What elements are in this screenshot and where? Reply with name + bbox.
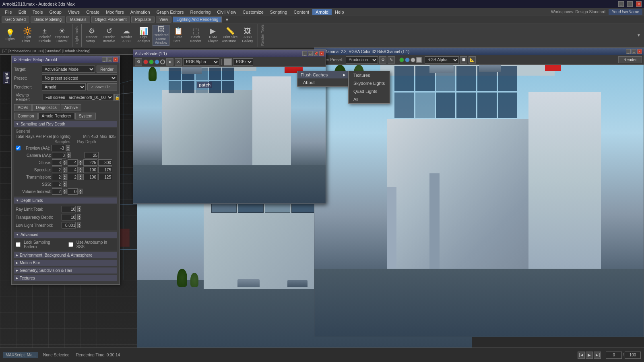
rs-trans-down1[interactable]: ▼ <box>63 177 67 180</box>
rs-camera-aa-up[interactable]: ▲ <box>67 152 71 155</box>
rs-trans-depth-up[interactable]: ▲ <box>77 214 81 217</box>
rs-trans-val2[interactable] <box>68 174 78 180</box>
flush-caches-item[interactable]: Flush Caches ▶ <box>297 71 349 78</box>
menu-group[interactable]: Group <box>46 9 65 15</box>
icon-light-lister[interactable]: 🔆 LightLister... <box>19 25 36 46</box>
rt-color-mode-select[interactable]: RGB Alpha <box>425 56 459 64</box>
submenu-skydome[interactable]: Skydome Lights <box>349 79 390 87</box>
rs-diffuse-rd2[interactable] <box>98 159 112 166</box>
rs-trans-down2[interactable]: ▼ <box>78 177 83 180</box>
menu-edit[interactable]: Edit <box>15 9 29 15</box>
rt-btn-1[interactable]: ⚙ <box>379 56 386 64</box>
icon-rendered-frame[interactable]: 🖼 RenderedFrame Window <box>153 25 169 46</box>
prev-frame-btn[interactable]: |◄ <box>578 352 585 359</box>
rs-minimize-btn[interactable]: _ <box>102 57 107 62</box>
minimize-btn[interactable]: _ <box>618 1 624 7</box>
icon-print-size[interactable]: 📏 Print SizeAssistant... <box>222 25 239 46</box>
rs-lock-view-btn[interactable]: 🔒 <box>114 94 120 101</box>
rs-specular-down1[interactable]: ▼ <box>63 170 67 173</box>
rs-sss-up[interactable]: ▲ <box>63 181 67 184</box>
rs-maximize-btn[interactable]: □ <box>107 57 112 62</box>
render-preset-select[interactable]: Production <box>346 56 378 64</box>
icon-render-a360[interactable]: ☁ RenderA360 <box>118 25 135 46</box>
sub-view[interactable]: View <box>156 16 172 23</box>
rs-env-header[interactable]: ▶ Environment, Background & Atmosphere <box>14 252 117 258</box>
close-btn[interactable]: × <box>636 1 642 7</box>
menu-help[interactable]: Help <box>332 9 347 15</box>
menu-content[interactable]: Content <box>291 9 313 15</box>
as-stop-btn[interactable]: ✕ <box>175 58 182 66</box>
rs-sss-down[interactable]: ▼ <box>63 184 67 187</box>
render-setup-panel[interactable]: ⚙ Render Setup: Arnold _ □ × Target: Act… <box>11 56 120 285</box>
large-render-minimize[interactable]: _ <box>626 49 631 54</box>
rs-preset-select[interactable]: No preset selected <box>42 74 117 82</box>
as-code-select[interactable]: RGBA <box>233 58 253 66</box>
rs-ray-limit-down[interactable]: ▼ <box>77 209 81 212</box>
rs-preview-aa-up[interactable]: ▲ <box>66 145 70 148</box>
rs-textures-header[interactable]: ▶ Textures <box>14 275 117 281</box>
rs-diffuse-up2[interactable]: ▲ <box>78 160 83 162</box>
rs-preview-aa-checkbox[interactable] <box>16 146 21 150</box>
icon-light-analysis[interactable]: 📊 LightAnalysis <box>135 25 152 46</box>
menu-create[interactable]: Create <box>83 9 103 15</box>
rs-specular-down2[interactable]: ▼ <box>78 170 83 173</box>
rs-tab-diagnostics[interactable]: Diagnostics <box>32 104 60 111</box>
rs-preview-aa-input[interactable] <box>51 145 65 151</box>
submenu-quad[interactable]: Quad Lights <box>349 87 390 95</box>
rs-tab-aovs[interactable]: AOVs <box>14 104 32 111</box>
icon-ram-player[interactable]: ▶ RAMPlayer <box>204 25 221 46</box>
rs-diffuse-rd1[interactable] <box>83 159 97 166</box>
rs-volume-val2[interactable] <box>68 188 78 195</box>
as-tb-btn1[interactable]: ⚙ <box>135 58 142 66</box>
menu-tools[interactable]: Tools <box>29 9 46 15</box>
rt-btn-2[interactable]: ✎ <box>388 56 395 64</box>
rs-tab-arnold-renderer[interactable]: Arnold Renderer <box>38 113 75 119</box>
rs-tab-common[interactable]: Common <box>14 113 38 119</box>
rs-trans-rd1[interactable] <box>83 174 97 180</box>
rs-specular-val1[interactable] <box>52 167 62 173</box>
rs-geometry-header[interactable]: ▶ Geometry, Subdivision & Hair <box>14 267 117 274</box>
rs-low-light-up[interactable]: ▲ <box>77 222 81 225</box>
play-btn[interactable]: ▶ <box>586 352 593 359</box>
rs-diffuse-val1[interactable] <box>52 159 62 166</box>
menu-scripting[interactable]: Scripting <box>267 9 291 15</box>
as-tb-btn2[interactable]: ● <box>166 58 173 66</box>
rs-volume-up2[interactable]: ▲ <box>78 189 83 191</box>
rs-motion-blur-header[interactable]: ▶ Motion Blur <box>14 260 117 266</box>
rs-tab-archive[interactable]: Archive <box>61 104 81 111</box>
rs-ray-limit-up[interactable]: ▲ <box>77 206 81 209</box>
rt-render-btn[interactable]: Render <box>618 56 642 63</box>
rs-specular-rd1[interactable] <box>83 167 97 173</box>
rs-depth-header[interactable]: ▼ Depth Limits <box>14 197 117 204</box>
as-color-swatch[interactable] <box>224 58 232 66</box>
rs-camera-aa-down[interactable]: ▼ <box>67 155 71 158</box>
about-item[interactable]: About <box>297 78 349 86</box>
rs-lock-sampling-checkbox[interactable] <box>16 242 21 247</box>
icon-batch-render[interactable]: ⬚ BatchRender <box>187 25 204 46</box>
as-color-mode-select[interactable]: RGB Alpha <box>183 58 219 66</box>
rs-diffuse-down1[interactable]: ▼ <box>63 162 67 165</box>
user-name-btn[interactable]: YourUserName <box>609 9 642 15</box>
icon-exposure[interactable]: ☀ ExposureControl <box>54 25 70 46</box>
icon-lights[interactable]: 💡 Lights <box>2 25 19 46</box>
rs-advanced-header[interactable]: ▼ Advanced <box>14 232 117 238</box>
rs-volume-down2[interactable]: ▼ <box>78 191 83 194</box>
rs-camera-aa-input[interactable] <box>52 152 66 158</box>
rs-diffuse-down2[interactable]: ▼ <box>78 162 83 165</box>
submenu-textures[interactable]: Textures <box>349 71 390 79</box>
rs-specular-up2[interactable]: ▲ <box>78 167 83 170</box>
icon-render-iterative[interactable]: ↺ RenderIterative <box>101 25 118 46</box>
rs-camera-aa-rd[interactable] <box>85 152 99 158</box>
rs-renderer-select[interactable]: Arnold <box>42 83 86 90</box>
rs-specular-val2[interactable] <box>68 167 78 173</box>
rt-btn-4[interactable]: 📐 <box>469 56 476 64</box>
rs-trans-rd2[interactable] <box>98 174 112 180</box>
rs-close-btn[interactable]: × <box>113 57 118 62</box>
sub-toolbar-expand[interactable]: ▼ <box>225 17 229 22</box>
rs-preview-aa-down[interactable]: ▼ <box>66 148 70 151</box>
sub-get-started[interactable]: Get Started <box>2 16 29 23</box>
rs-target-select[interactable]: ActiveShade Mode <box>42 66 95 73</box>
rs-trans-up2[interactable]: ▲ <box>78 174 83 177</box>
rs-volume-val1[interactable] <box>52 188 62 195</box>
icon-include-exclude[interactable]: ± Include/Exclude <box>36 25 53 46</box>
